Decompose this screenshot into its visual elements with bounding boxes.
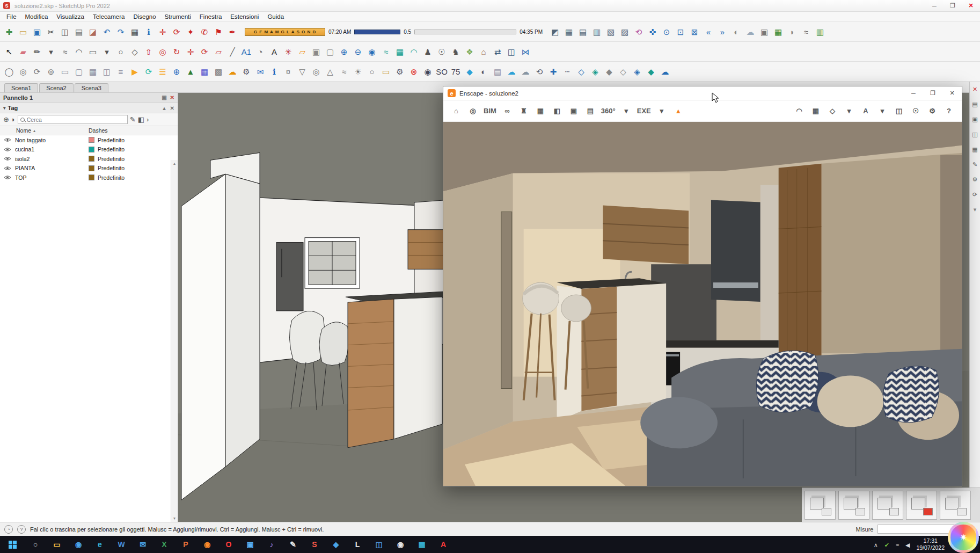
geolocation-icon[interactable]: ◉	[365, 44, 379, 59]
pushpull-icon[interactable]: ⇧	[142, 44, 156, 59]
arc-icon[interactable]: ◠	[72, 44, 86, 59]
powerpoint-icon[interactable]: P	[175, 536, 196, 553]
smoove-icon[interactable]: ◠	[407, 44, 421, 59]
edge-icon[interactable]: e	[89, 536, 111, 553]
minimize-button[interactable]: ─	[925, 0, 944, 11]
pan-icon[interactable]: ✜	[646, 24, 660, 39]
tab-scena2[interactable]: Scena2	[39, 83, 73, 92]
enscape-render-view[interactable]	[443, 122, 962, 486]
upload-model-icon[interactable]: ▲	[184, 64, 198, 79]
material-grid-icon[interactable]: ▦	[198, 64, 211, 79]
enscape-close-button[interactable]: ✕	[942, 86, 962, 100]
section-fill-icon[interactable]: ▣	[309, 44, 323, 59]
walk-icon[interactable]: ♞	[449, 44, 463, 59]
material-picker-icon[interactable]: ◎	[465, 103, 480, 119]
import-export-icon[interactable]: ⇄	[491, 44, 504, 59]
tab-scena3[interactable]: Scena3	[75, 83, 108, 92]
section-display-icon[interactable]: ▢	[323, 44, 337, 59]
zoom-window-icon[interactable]: ⊡	[674, 24, 688, 39]
menu-disegno[interactable]: Disegno	[129, 13, 160, 20]
ring-icon[interactable]: ○	[365, 64, 379, 79]
hex-tool-2-icon[interactable]: ◈	[588, 64, 602, 79]
model-info-icon[interactable]: ℹ	[142, 24, 156, 39]
menu-estensioni[interactable]: Estensioni	[226, 13, 263, 20]
add-geometry-icon[interactable]: ⊕	[170, 64, 184, 79]
collapse-toolbar-icon[interactable]: ▴	[671, 103, 686, 119]
dimension-icon[interactable]: A1	[239, 44, 253, 59]
tray-sync-icon[interactable]: ⟳	[971, 190, 979, 199]
column-dashes[interactable]: Dashes	[89, 127, 178, 134]
word-icon[interactable]: W	[111, 536, 132, 553]
camera-sync-menu-icon[interactable]: ▾	[875, 103, 890, 119]
menu-finestra[interactable]: Finestra	[195, 13, 226, 20]
style-builder-icon[interactable]: ▦	[411, 536, 433, 553]
line-options-icon[interactable]: ▾	[44, 44, 58, 59]
tab-scena1[interactable]: Scena1	[4, 83, 38, 92]
align-icon[interactable]: ≡	[114, 64, 128, 79]
tag-color-swatch[interactable]	[89, 165, 94, 171]
tag-section-close-icon[interactable]: ✕	[170, 105, 174, 111]
tray-pencil-icon[interactable]: ✎	[971, 160, 979, 169]
rectangle-icon[interactable]: ▭	[86, 44, 100, 59]
tag-dash-style[interactable]: Predefinito	[98, 165, 164, 171]
freehand-icon[interactable]: ≈	[58, 44, 72, 59]
menu-visualizza[interactable]: Visualizza	[52, 13, 89, 20]
front-view-icon[interactable]: ▤	[576, 24, 590, 39]
enscape-taskbar-icon[interactable]: ◉	[390, 536, 411, 553]
video-editor-icon[interactable]: ◧	[550, 103, 565, 119]
protractor-icon[interactable]: ◔	[253, 44, 267, 59]
library-settings-icon[interactable]: ⚙	[393, 64, 407, 79]
zoom-out-icon[interactable]: ⊖	[351, 44, 365, 59]
hex-tool-3-icon[interactable]: ◆	[602, 64, 616, 79]
lasso-select-icon[interactable]: ≈	[799, 24, 813, 39]
funnel-icon[interactable]: ▽	[295, 64, 309, 79]
opera-icon[interactable]: O	[218, 536, 239, 553]
tag-section-header[interactable]: ▾ Tag ▴✕	[0, 103, 178, 113]
layout-icon[interactable]: L	[347, 536, 368, 553]
sketch-plugin-icon[interactable]: ✒	[225, 24, 239, 39]
visibility-eye-icon[interactable]	[0, 147, 15, 152]
zoom-in-icon[interactable]: ⊕	[337, 44, 351, 59]
back-view-icon[interactable]: ▧	[604, 24, 618, 39]
line-icon[interactable]: ✏	[30, 44, 44, 59]
bim-mode-icon[interactable]: BIM	[482, 103, 498, 119]
maximize-button[interactable]: ❐	[944, 0, 962, 11]
generate-report-icon[interactable]: ▥	[813, 24, 827, 39]
text-icon[interactable]: A	[267, 44, 281, 59]
sandbox-scratch-icon[interactable]: ▦	[393, 44, 407, 59]
tag-row[interactable]: isola2 Predefinito	[0, 154, 178, 164]
paint-icon[interactable]: ✎	[282, 536, 304, 553]
close-button[interactable]: ✕	[962, 0, 980, 11]
trimble-connect-icon[interactable]: ◆	[325, 536, 347, 553]
add-item-icon[interactable]: ✚	[546, 64, 560, 79]
tray-panel-1-icon[interactable]: ▤	[971, 100, 979, 108]
tag-color-swatch[interactable]	[89, 147, 94, 152]
panorama-gallery-icon[interactable]: ◠	[792, 103, 807, 119]
sketchup-titlebar[interactable]: S soluzione2.skp - SketchUp Pro 2022 ─ ❐…	[0, 0, 980, 12]
tag-filter-icon[interactable]: ◗	[11, 116, 16, 123]
erase-icon[interactable]: ◪	[86, 24, 100, 39]
followme-icon[interactable]: ↻	[170, 44, 184, 59]
send-to-layout-icon[interactable]: ▦	[771, 24, 785, 39]
help-icon[interactable]: ?	[941, 103, 956, 119]
preview-thumb-4[interactable]	[906, 491, 937, 520]
view-management-icon[interactable]: ▦	[808, 103, 823, 119]
enscape-titlebar[interactable]: e Enscape - soluzione2 ─ ❐ ✕	[443, 86, 962, 100]
top-view-icon[interactable]: ▦	[562, 24, 576, 39]
home-icon[interactable]: ⌂	[449, 103, 464, 119]
menu-modifica[interactable]: Modifica	[21, 13, 53, 20]
shadows-toggle-icon[interactable]: ◐	[729, 24, 743, 39]
enscape-sync-icon[interactable]: ⟳	[142, 64, 156, 79]
asset-library-icon[interactable]: ♜	[516, 103, 531, 119]
tag-row[interactable]: Non taggato Predefinito ✎	[0, 135, 178, 145]
zoom-extents-icon[interactable]: ⊠	[688, 24, 701, 39]
defender-icon[interactable]: ✔	[884, 540, 889, 549]
solid-tools-icon[interactable]: ◫	[504, 44, 518, 59]
export-menu-icon[interactable]: ▾	[654, 103, 669, 119]
cloud-up-icon[interactable]: ☁	[504, 64, 518, 79]
acrobat-icon[interactable]: A	[433, 536, 454, 553]
help-status-icon[interactable]: ?	[17, 525, 26, 534]
cut-icon[interactable]: ✂	[44, 24, 58, 39]
print-icon[interactable]: ▦	[128, 24, 142, 39]
send-mail-icon[interactable]: ✉	[253, 64, 267, 79]
